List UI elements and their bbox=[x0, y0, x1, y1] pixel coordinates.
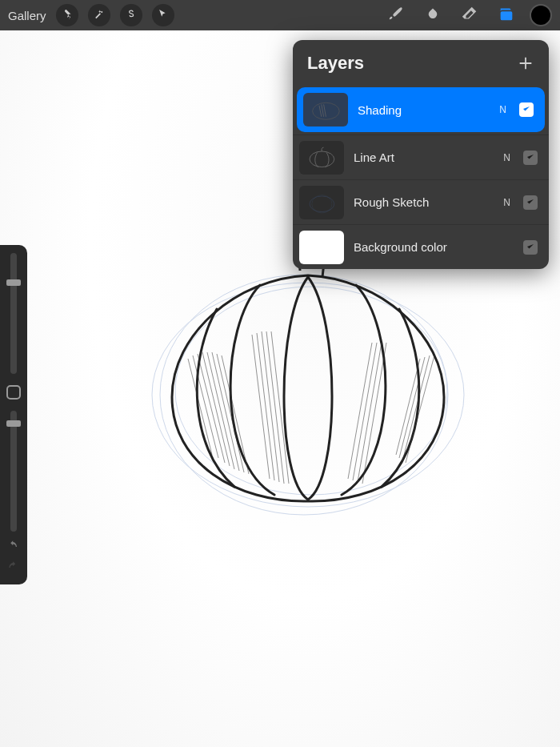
wand-icon bbox=[93, 8, 105, 23]
cursor-arrow-icon bbox=[157, 8, 169, 23]
selection-s-icon bbox=[125, 8, 137, 23]
layer-blend-mode[interactable]: N bbox=[499, 104, 506, 115]
smudge-icon bbox=[424, 5, 442, 26]
layer-row[interactable]: ShadingN bbox=[297, 87, 545, 132]
svg-point-26 bbox=[312, 103, 339, 120]
svg-point-27 bbox=[310, 151, 334, 167]
actions-button[interactable] bbox=[56, 4, 78, 26]
layer-name-label: Rough Sketch bbox=[354, 195, 494, 209]
layer-thumbnail bbox=[299, 231, 344, 264]
eraser-icon bbox=[461, 5, 478, 26]
layer-blend-mode[interactable]: N bbox=[503, 197, 510, 208]
undo-button[interactable] bbox=[7, 540, 20, 556]
opacity-slider[interactable] bbox=[10, 411, 17, 532]
layer-visibility-checkbox[interactable] bbox=[523, 195, 538, 210]
layer-visibility-checkbox[interactable] bbox=[519, 102, 534, 117]
wrench-icon bbox=[61, 8, 73, 23]
side-slider-panel bbox=[0, 245, 27, 584]
redo-button[interactable] bbox=[7, 560, 20, 576]
svg-point-1 bbox=[160, 275, 448, 515]
opacity-thumb[interactable] bbox=[6, 420, 21, 427]
layer-thumbnail bbox=[299, 141, 344, 175]
brush-size-thumb[interactable] bbox=[6, 279, 21, 286]
svg-line-17 bbox=[353, 343, 377, 480]
layers-panel-title: Layers bbox=[307, 53, 364, 74]
layer-name-label: Shading bbox=[358, 103, 490, 117]
smudge-tool[interactable] bbox=[419, 2, 446, 29]
layers-list: ShadingNLine ArtNRough SketchNBackground… bbox=[293, 87, 549, 269]
modifier-button[interactable] bbox=[6, 385, 21, 400]
layer-row[interactable]: Line ArtN bbox=[293, 135, 549, 179]
layers-tool[interactable] bbox=[493, 2, 520, 29]
redo-icon bbox=[7, 562, 20, 576]
add-layer-button[interactable] bbox=[517, 54, 534, 72]
svg-point-29 bbox=[311, 195, 331, 212]
layer-row[interactable]: Background color bbox=[293, 224, 549, 269]
gallery-button[interactable]: Gallery bbox=[8, 9, 46, 22]
layer-row[interactable]: Rough SketchN bbox=[293, 179, 549, 224]
top-toolbar: Gallery bbox=[0, 0, 560, 30]
check-icon bbox=[526, 151, 535, 165]
svg-line-10 bbox=[222, 355, 249, 474]
svg-point-28 bbox=[310, 196, 334, 212]
svg-line-16 bbox=[348, 343, 372, 479]
svg-line-8 bbox=[212, 352, 239, 471]
svg-line-14 bbox=[266, 331, 284, 484]
svg-line-11 bbox=[252, 335, 270, 479]
layer-blend-mode[interactable]: N bbox=[503, 152, 510, 163]
svg-line-22 bbox=[402, 355, 430, 461]
svg-line-21 bbox=[399, 357, 425, 458]
plus-icon bbox=[517, 61, 534, 74]
brush-icon bbox=[387, 5, 405, 26]
selection-button[interactable] bbox=[120, 4, 142, 26]
layer-thumbnail bbox=[299, 186, 344, 219]
layer-name-label: Background color bbox=[354, 240, 514, 254]
brush-tool[interactable] bbox=[382, 2, 410, 29]
undo-icon bbox=[7, 541, 20, 555]
check-icon bbox=[526, 240, 535, 255]
layer-thumbnail bbox=[303, 93, 348, 127]
eraser-tool[interactable] bbox=[456, 2, 483, 29]
check-icon bbox=[522, 102, 531, 117]
svg-point-0 bbox=[152, 283, 464, 507]
layers-icon bbox=[498, 5, 515, 26]
adjustments-button[interactable] bbox=[88, 4, 110, 26]
check-icon bbox=[526, 195, 535, 210]
brush-size-slider[interactable] bbox=[10, 253, 17, 374]
current-color-swatch[interactable] bbox=[530, 4, 552, 26]
layer-visibility-checkbox[interactable] bbox=[523, 240, 538, 255]
layer-name-label: Line Art bbox=[354, 151, 494, 164]
svg-line-12 bbox=[257, 333, 274, 480]
layer-visibility-checkbox[interactable] bbox=[523, 151, 538, 165]
transform-button[interactable] bbox=[152, 4, 174, 26]
layers-popover: Layers ShadingNLine ArtNRough SketchNBac… bbox=[293, 40, 549, 269]
svg-line-13 bbox=[262, 331, 279, 482]
